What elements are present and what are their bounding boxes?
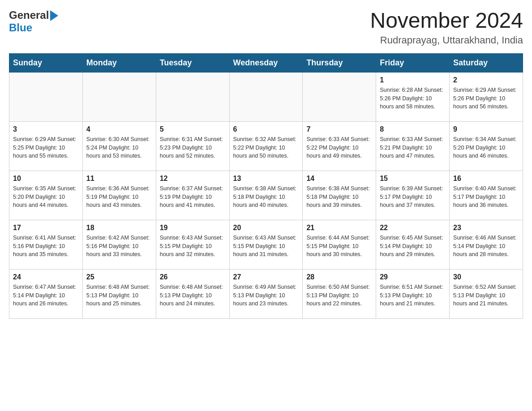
day-number: 27 [233, 273, 299, 281]
day-number: 4 [86, 125, 152, 133]
day-number: 11 [86, 175, 152, 183]
calendar-cell: 15Sunrise: 6:39 AM Sunset: 5:17 PM Dayli… [376, 171, 450, 220]
calendar-cell [303, 72, 376, 121]
day-number: 13 [233, 175, 299, 183]
calendar-cell [156, 72, 229, 121]
day-number: 25 [86, 273, 152, 281]
day-number: 29 [380, 273, 446, 281]
logo-arrow-icon [50, 10, 58, 21]
day-info: Sunrise: 6:44 AM Sunset: 5:15 PM Dayligh… [306, 234, 372, 259]
title-block: November 2024 Rudraprayag, Uttarakhand, … [370, 9, 523, 46]
day-number: 24 [13, 273, 79, 281]
day-info: Sunrise: 6:28 AM Sunset: 5:26 PM Dayligh… [380, 86, 446, 111]
day-info: Sunrise: 6:35 AM Sunset: 5:20 PM Dayligh… [13, 184, 79, 210]
calendar-cell: 30Sunrise: 6:52 AM Sunset: 5:13 PM Dayli… [450, 269, 523, 318]
day-info: Sunrise: 6:33 AM Sunset: 5:22 PM Dayligh… [306, 135, 372, 160]
day-info: Sunrise: 6:41 AM Sunset: 5:16 PM Dayligh… [13, 234, 79, 259]
week-row-3: 17Sunrise: 6:41 AM Sunset: 5:16 PM Dayli… [9, 220, 523, 269]
day-number: 18 [86, 224, 152, 232]
day-number: 14 [306, 175, 372, 183]
day-number: 9 [453, 125, 519, 133]
day-number: 12 [160, 175, 226, 183]
calendar-cell: 10Sunrise: 6:35 AM Sunset: 5:20 PM Dayli… [9, 171, 83, 220]
page-header: General Blue November 2024 Rudraprayag, … [9, 9, 523, 46]
calendar-cell: 23Sunrise: 6:46 AM Sunset: 5:14 PM Dayli… [450, 220, 523, 269]
day-info: Sunrise: 6:34 AM Sunset: 5:20 PM Dayligh… [453, 135, 519, 160]
calendar-cell: 18Sunrise: 6:42 AM Sunset: 5:16 PM Dayli… [82, 220, 156, 269]
day-info: Sunrise: 6:52 AM Sunset: 5:13 PM Dayligh… [453, 283, 519, 308]
calendar-cell: 13Sunrise: 6:38 AM Sunset: 5:18 PM Dayli… [229, 171, 303, 220]
logo-general-text: General [9, 9, 49, 21]
day-info: Sunrise: 6:43 AM Sunset: 5:15 PM Dayligh… [160, 234, 226, 259]
calendar-cell: 1Sunrise: 6:28 AM Sunset: 5:26 PM Daylig… [376, 72, 450, 121]
day-number: 28 [306, 273, 372, 281]
header-day-tuesday: Tuesday [156, 53, 229, 72]
header-day-monday: Monday [82, 53, 156, 72]
day-number: 21 [306, 224, 372, 232]
day-number: 16 [453, 175, 519, 183]
day-info: Sunrise: 6:48 AM Sunset: 5:13 PM Dayligh… [160, 283, 226, 308]
calendar-cell: 17Sunrise: 6:41 AM Sunset: 5:16 PM Dayli… [9, 220, 83, 269]
day-number: 7 [306, 125, 372, 133]
day-info: Sunrise: 6:29 AM Sunset: 5:26 PM Dayligh… [453, 86, 519, 111]
calendar-header: SundayMondayTuesdayWednesdayThursdayFrid… [9, 53, 523, 72]
calendar-cell: 24Sunrise: 6:47 AM Sunset: 5:14 PM Dayli… [9, 269, 83, 318]
day-number: 23 [453, 224, 519, 232]
day-info: Sunrise: 6:30 AM Sunset: 5:24 PM Dayligh… [86, 135, 152, 160]
day-number: 5 [160, 125, 226, 133]
day-info: Sunrise: 6:47 AM Sunset: 5:14 PM Dayligh… [13, 283, 79, 308]
day-number: 10 [13, 175, 79, 183]
day-info: Sunrise: 6:51 AM Sunset: 5:13 PM Dayligh… [380, 283, 446, 308]
location-text: Rudraprayag, Uttarakhand, India [370, 34, 523, 46]
day-number: 8 [380, 125, 446, 133]
calendar-cell: 9Sunrise: 6:34 AM Sunset: 5:20 PM Daylig… [450, 121, 523, 171]
day-info: Sunrise: 6:38 AM Sunset: 5:18 PM Dayligh… [233, 184, 299, 210]
calendar-cell: 20Sunrise: 6:43 AM Sunset: 5:15 PM Dayli… [229, 220, 303, 269]
day-info: Sunrise: 6:50 AM Sunset: 5:13 PM Dayligh… [306, 283, 372, 308]
calendar-cell: 11Sunrise: 6:36 AM Sunset: 5:19 PM Dayli… [82, 171, 156, 220]
calendar-cell: 28Sunrise: 6:50 AM Sunset: 5:13 PM Dayli… [303, 269, 376, 318]
day-number: 30 [453, 273, 519, 281]
calendar-cell: 7Sunrise: 6:33 AM Sunset: 5:22 PM Daylig… [303, 121, 376, 171]
calendar-body: 1Sunrise: 6:28 AM Sunset: 5:26 PM Daylig… [9, 72, 523, 318]
calendar-cell [9, 72, 83, 121]
calendar-cell: 22Sunrise: 6:45 AM Sunset: 5:14 PM Dayli… [376, 220, 450, 269]
calendar-cell: 26Sunrise: 6:48 AM Sunset: 5:13 PM Dayli… [156, 269, 229, 318]
day-number: 26 [160, 273, 226, 281]
header-day-saturday: Saturday [450, 53, 523, 72]
day-number: 6 [233, 125, 299, 133]
week-row-4: 24Sunrise: 6:47 AM Sunset: 5:14 PM Dayli… [9, 269, 523, 318]
calendar-cell: 4Sunrise: 6:30 AM Sunset: 5:24 PM Daylig… [82, 121, 156, 171]
day-info: Sunrise: 6:36 AM Sunset: 5:19 PM Dayligh… [86, 184, 152, 210]
header-day-sunday: Sunday [9, 53, 83, 72]
day-number: 2 [453, 76, 519, 84]
calendar-cell: 14Sunrise: 6:38 AM Sunset: 5:18 PM Dayli… [303, 171, 376, 220]
calendar-table: SundayMondayTuesdayWednesdayThursdayFrid… [9, 53, 523, 319]
day-info: Sunrise: 6:37 AM Sunset: 5:19 PM Dayligh… [160, 184, 226, 210]
day-info: Sunrise: 6:49 AM Sunset: 5:13 PM Dayligh… [233, 283, 299, 308]
logo-blue-text: Blue [9, 21, 32, 34]
calendar-cell: 25Sunrise: 6:48 AM Sunset: 5:13 PM Dayli… [82, 269, 156, 318]
day-info: Sunrise: 6:39 AM Sunset: 5:17 PM Dayligh… [380, 184, 446, 210]
day-info: Sunrise: 6:45 AM Sunset: 5:14 PM Dayligh… [380, 234, 446, 259]
calendar-cell: 27Sunrise: 6:49 AM Sunset: 5:13 PM Dayli… [229, 269, 303, 318]
day-info: Sunrise: 6:42 AM Sunset: 5:16 PM Dayligh… [86, 234, 152, 259]
calendar-cell: 16Sunrise: 6:40 AM Sunset: 5:17 PM Dayli… [450, 171, 523, 220]
calendar-cell [82, 72, 156, 121]
calendar-cell [229, 72, 303, 121]
day-info: Sunrise: 6:38 AM Sunset: 5:18 PM Dayligh… [306, 184, 372, 210]
calendar-cell: 19Sunrise: 6:43 AM Sunset: 5:15 PM Dayli… [156, 220, 229, 269]
week-row-0: 1Sunrise: 6:28 AM Sunset: 5:26 PM Daylig… [9, 72, 523, 121]
day-info: Sunrise: 6:48 AM Sunset: 5:13 PM Dayligh… [86, 283, 152, 308]
day-info: Sunrise: 6:32 AM Sunset: 5:22 PM Dayligh… [233, 135, 299, 160]
day-number: 19 [160, 224, 226, 232]
day-number: 15 [380, 175, 446, 183]
day-number: 20 [233, 224, 299, 232]
header-day-friday: Friday [376, 53, 450, 72]
day-number: 3 [13, 125, 79, 133]
day-number: 17 [13, 224, 79, 232]
day-info: Sunrise: 6:46 AM Sunset: 5:14 PM Dayligh… [453, 234, 519, 259]
month-title: November 2024 [370, 9, 523, 33]
header-day-thursday: Thursday [303, 53, 376, 72]
calendar-cell: 3Sunrise: 6:29 AM Sunset: 5:25 PM Daylig… [9, 121, 83, 171]
